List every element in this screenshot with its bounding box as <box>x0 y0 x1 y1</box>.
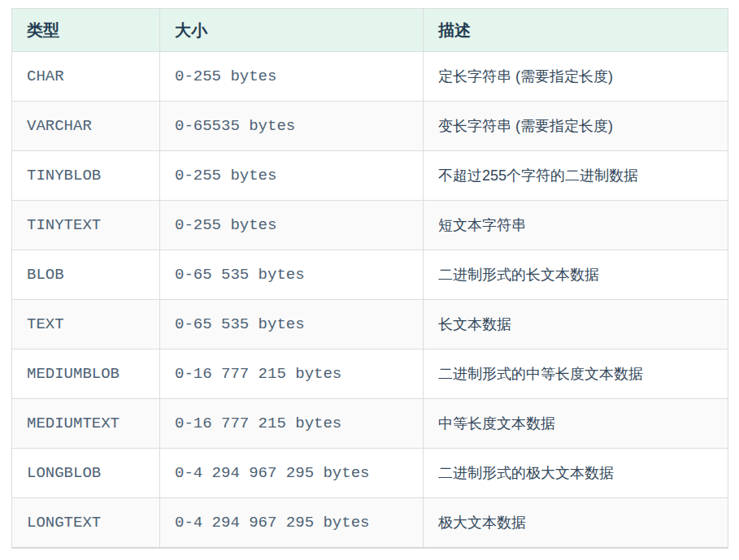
table-row: CHAR 0-255 bytes 定长字符串 (需要指定长度) <box>12 52 728 102</box>
description-cell: 二进制形式的长文本数据 <box>424 250 728 300</box>
table-row: VARCHAR 0-65535 bytes 变长字符串 (需要指定长度) <box>12 102 728 151</box>
header-cell-type: 类型 <box>12 9 160 52</box>
description-cell: 短文本字符串 <box>424 201 728 250</box>
table-row: LONGTEXT 0-4 294 967 295 bytes 极大文本数据 <box>12 498 728 548</box>
description-cell: 中等长度文本数据 <box>424 399 728 449</box>
description-cell: 长文本数据 <box>424 300 728 349</box>
table-row: MEDIUMTEXT 0-16 777 215 bytes 中等长度文本数据 <box>12 399 728 449</box>
type-cell: LONGTEXT <box>12 498 160 548</box>
type-cell: MEDIUMBLOB <box>12 349 160 399</box>
description-cell: 二进制形式的极大文本数据 <box>424 449 728 498</box>
type-cell: TINYBLOB <box>12 151 160 201</box>
datatype-table: 类型 大小 描述 CHAR 0-255 bytes 定长字符串 (需要指定长度)… <box>11 8 728 549</box>
type-cell: VARCHAR <box>12 102 160 151</box>
description-cell: 不超过255个字符的二进制数据 <box>424 151 728 201</box>
size-cell: 0-16 777 215 bytes <box>160 399 424 449</box>
header-cell-description: 描述 <box>424 9 728 52</box>
datatype-table-container: 类型 大小 描述 CHAR 0-255 bytes 定长字符串 (需要指定长度)… <box>11 8 728 549</box>
size-cell: 0-255 bytes <box>160 201 424 250</box>
size-cell: 0-255 bytes <box>160 52 424 102</box>
size-cell: 0-4 294 967 295 bytes <box>160 449 424 498</box>
header-cell-size: 大小 <box>160 9 424 52</box>
type-cell: TINYTEXT <box>12 201 160 250</box>
type-cell: BLOB <box>12 250 160 300</box>
size-cell: 0-255 bytes <box>160 151 424 201</box>
table-row: TEXT 0-65 535 bytes 长文本数据 <box>12 300 728 349</box>
table-row: MEDIUMBLOB 0-16 777 215 bytes 二进制形式的中等长度… <box>12 349 728 399</box>
size-cell: 0-65535 bytes <box>160 102 424 151</box>
table-row: TINYBLOB 0-255 bytes 不超过255个字符的二进制数据 <box>12 151 728 201</box>
description-cell: 定长字符串 (需要指定长度) <box>424 52 728 102</box>
size-cell: 0-4 294 967 295 bytes <box>160 498 424 548</box>
table-row: TINYTEXT 0-255 bytes 短文本字符串 <box>12 201 728 250</box>
table-header-row: 类型 大小 描述 <box>12 9 728 52</box>
description-cell: 极大文本数据 <box>424 498 728 548</box>
size-cell: 0-16 777 215 bytes <box>160 349 424 399</box>
type-cell: TEXT <box>12 300 160 349</box>
size-cell: 0-65 535 bytes <box>160 300 424 349</box>
type-cell: MEDIUMTEXT <box>12 399 160 449</box>
size-cell: 0-65 535 bytes <box>160 250 424 300</box>
type-cell: CHAR <box>12 52 160 102</box>
description-cell: 二进制形式的中等长度文本数据 <box>424 349 728 399</box>
table-row: BLOB 0-65 535 bytes 二进制形式的长文本数据 <box>12 250 728 300</box>
description-cell: 变长字符串 (需要指定长度) <box>424 102 728 151</box>
type-cell: LONGBLOB <box>12 449 160 498</box>
table-row: LONGBLOB 0-4 294 967 295 bytes 二进制形式的极大文… <box>12 449 728 498</box>
